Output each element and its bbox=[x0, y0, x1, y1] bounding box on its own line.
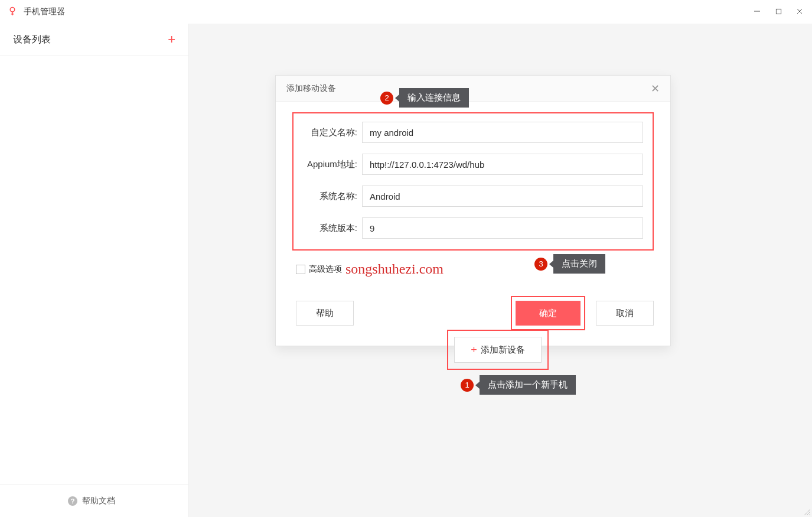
advanced-options-row: 高级选项 songshuhezi.com bbox=[276, 255, 670, 279]
sidebar-footer[interactable]: ? 帮助文档 bbox=[0, 485, 188, 517]
help-button[interactable]: 帮助 bbox=[296, 301, 354, 326]
step-label-2: 输入连接信息 bbox=[399, 88, 469, 108]
form-highlight-box: 自定义名称: Appium地址: 系统名称: 系统版本: bbox=[292, 112, 654, 251]
maximize-button[interactable] bbox=[773, 7, 784, 17]
device-list-empty bbox=[0, 56, 188, 485]
sys-name-label: 系统名称: bbox=[303, 191, 362, 202]
add-device-icon[interactable]: + bbox=[168, 32, 175, 47]
dialog-body: 自定义名称: Appium地址: 系统名称: 系统版本: bbox=[276, 102, 670, 255]
close-button[interactable] bbox=[794, 7, 805, 17]
sidebar: 设备列表 + ? 帮助文档 bbox=[0, 24, 189, 517]
step-number-1: 1 bbox=[461, 379, 474, 392]
dialog-title: 添加移动设备 bbox=[286, 83, 336, 94]
form-row-sys-name: 系统名称: bbox=[303, 186, 643, 207]
step-number-3: 3 bbox=[534, 258, 547, 271]
step-label-3: 点击关闭 bbox=[553, 254, 605, 274]
annotation-step-1: 1 点击添加一个新手机 bbox=[461, 375, 576, 395]
step-label-1: 点击添加一个新手机 bbox=[480, 375, 576, 395]
sidebar-header: 设备列表 + bbox=[0, 24, 188, 56]
minimize-button[interactable] bbox=[752, 7, 762, 17]
titlebar: 手机管理器 bbox=[0, 0, 812, 24]
help-docs-label: 帮助文档 bbox=[82, 496, 115, 506]
resize-grip-icon[interactable] bbox=[803, 508, 811, 516]
plus-icon: + bbox=[471, 344, 477, 356]
custom-name-input[interactable] bbox=[362, 122, 643, 143]
confirm-highlight-box: 确定 bbox=[511, 296, 585, 330]
cancel-button[interactable]: 取消 bbox=[596, 301, 654, 326]
sys-name-input[interactable] bbox=[362, 186, 643, 207]
form-row-appium: Appium地址: bbox=[303, 154, 643, 175]
svg-point-0 bbox=[10, 8, 15, 12]
form-row-sys-ver: 系统版本: bbox=[303, 217, 643, 239]
annotation-step-3: 3 点击关闭 bbox=[534, 254, 605, 274]
step-number-2: 2 bbox=[380, 92, 393, 105]
dialog-header: 添加移动设备 ✕ bbox=[276, 76, 670, 102]
add-new-highlight-box: + 添加新设备 bbox=[447, 330, 549, 370]
appium-input[interactable] bbox=[362, 154, 643, 175]
svg-line-7 bbox=[809, 514, 810, 515]
confirm-button[interactable]: 确定 bbox=[516, 301, 581, 326]
add-device-dialog: 添加移动设备 ✕ 自定义名称: Appium地址: 系统名称: bbox=[275, 75, 671, 346]
form-row-custom-name: 自定义名称: bbox=[303, 122, 643, 143]
advanced-label: 高级选项 bbox=[309, 264, 342, 275]
app-logo-icon bbox=[7, 6, 18, 17]
custom-name-label: 自定义名称: bbox=[303, 127, 362, 138]
help-icon: ? bbox=[68, 496, 77, 506]
sidebar-title: 设备列表 bbox=[13, 34, 51, 46]
annotation-step-2: 2 输入连接信息 bbox=[380, 88, 469, 108]
dialog-close-icon[interactable]: ✕ bbox=[651, 82, 660, 95]
add-new-device-label: 添加新设备 bbox=[481, 344, 525, 356]
window-controls bbox=[752, 7, 805, 17]
appium-label: Appium地址: bbox=[303, 159, 362, 170]
content-area: 添加移动设备 ✕ 自定义名称: Appium地址: 系统名称: bbox=[189, 24, 812, 517]
advanced-checkbox[interactable] bbox=[296, 265, 305, 274]
app-title: 手机管理器 bbox=[24, 6, 65, 17]
add-new-device-button[interactable]: + 添加新设备 bbox=[454, 337, 542, 363]
sys-ver-label: 系统版本: bbox=[303, 223, 362, 234]
svg-rect-2 bbox=[776, 9, 781, 14]
watermark-text: songshuhezi.com bbox=[345, 261, 443, 277]
sys-ver-input[interactable] bbox=[362, 217, 643, 239]
